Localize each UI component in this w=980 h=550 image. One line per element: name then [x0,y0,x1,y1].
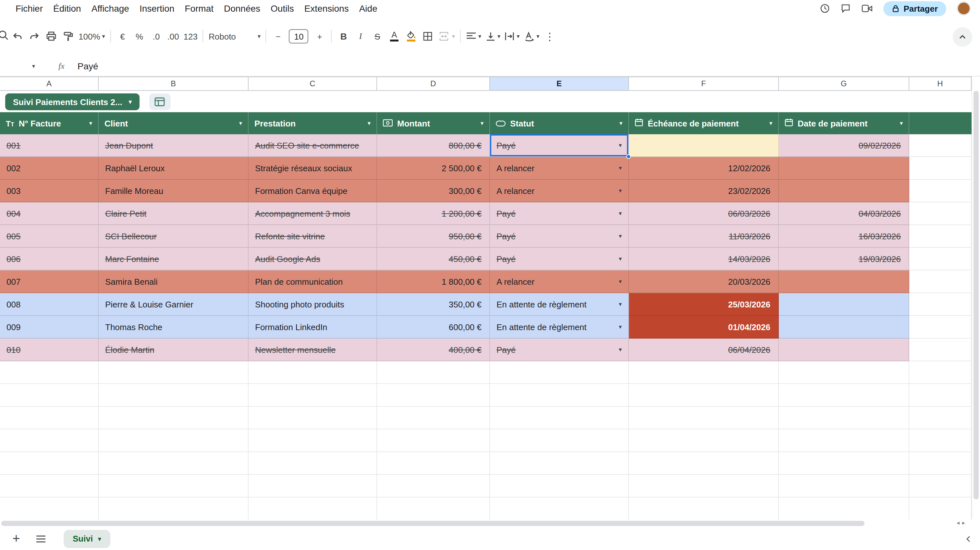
grid-cell[interactable] [909,452,972,475]
grid-cell[interactable] [779,384,909,407]
cell-echeance[interactable]: 12/02/2026 [629,157,779,180]
text-wrap-button[interactable]: ▾ [502,27,522,45]
grid-cell[interactable] [248,498,377,520]
grid-cell[interactable] [629,430,779,452]
grid-cell[interactable] [248,475,377,498]
table-header-prestation[interactable]: Prestation▾ [248,112,377,134]
menu-item-outils[interactable]: Outils [266,1,299,16]
grid-cell[interactable] [0,475,99,498]
format-currency-button[interactable]: € [114,27,131,45]
grid-cell[interactable] [779,407,909,430]
comment-icon[interactable] [841,3,851,14]
grid-cell[interactable] [248,384,377,407]
cell-date-paiement[interactable] [779,271,909,293]
collapse-toolbar-button[interactable] [953,27,972,47]
grid-cell[interactable] [490,361,629,384]
grid-cell[interactable] [99,361,248,384]
cell-prestation[interactable]: Plan de communication [248,271,377,293]
table-name-chip[interactable]: Suivi Paiements Clients 2... ▾ [5,94,140,110]
grid-cell[interactable] [248,430,377,452]
column-header-A[interactable]: A [0,77,99,90]
grid-cell[interactable] [909,134,972,157]
grid-cell[interactable] [99,430,248,452]
scrollbar-arrow-icons[interactable]: ◂▸ [957,520,968,526]
grid-cell[interactable] [0,384,99,407]
column-header-F[interactable]: F [629,77,779,90]
cell-montant[interactable]: 1 800,00 € [377,271,490,293]
add-sheet-button[interactable]: + [6,529,26,548]
statut-dropdown-icon[interactable]: ▾ [619,255,622,262]
grid-cell[interactable] [99,475,248,498]
grid-cell[interactable] [779,452,909,475]
menu-item-format[interactable]: Format [180,1,219,16]
grid-cell[interactable] [909,361,972,384]
grid-cell[interactable] [99,384,248,407]
grid-cell[interactable] [99,498,248,520]
grid-cell[interactable] [909,430,972,452]
cell-statut[interactable]: A relancer▾ [490,271,629,293]
cell-echeance[interactable]: 14/03/2026 [629,248,779,271]
cell-facture[interactable]: 008 [0,293,99,316]
grid-cell[interactable] [629,452,779,475]
grid-cell[interactable] [629,384,779,407]
cell-client[interactable]: SCI Bellecour [99,225,248,248]
chevron-down-icon[interactable]: ▾ [900,120,903,127]
grid-cell[interactable] [629,407,779,430]
chevron-down-icon[interactable]: ▾ [769,120,772,127]
cell-prestation[interactable]: Formation LinkedIn [248,316,377,339]
cell-echeance[interactable]: 23/02/2026 [629,180,779,202]
cell-statut[interactable]: Payé▾ [490,225,629,248]
cell-date-paiement[interactable]: 04/03/2026 [779,202,909,225]
cell-facture[interactable]: 004 [0,202,99,225]
grid-cell[interactable] [909,202,972,225]
cell-prestation[interactable]: Accompagnement 3 mois [248,202,377,225]
column-header-E[interactable]: E [490,77,629,90]
menu-item-édition[interactable]: Édition [48,1,86,16]
vertical-scrollbar-thumb[interactable] [974,91,979,499]
cell-statut[interactable]: A relancer▾ [490,157,629,180]
cell-date-paiement[interactable] [779,157,909,180]
increase-font-size-button[interactable]: + [311,27,328,45]
collapse-panel-icon[interactable] [964,535,972,542]
cell-date-paiement[interactable] [779,339,909,361]
statut-dropdown-icon[interactable]: ▾ [619,187,622,194]
cell-prestation[interactable]: Newsletter mensuelle [248,339,377,361]
chevron-down-icon[interactable]: ▾ [239,120,242,127]
italic-button[interactable]: I [352,27,369,45]
fill-handle[interactable] [626,154,631,159]
cell-montant[interactable]: 1 200,00 € [377,202,490,225]
cell-montant[interactable]: 600,00 € [377,316,490,339]
horizontal-scrollbar[interactable]: ◂▸ [0,520,972,527]
name-box-dropdown[interactable]: ▾ [0,63,40,69]
grid-cell[interactable] [377,498,490,520]
grid-cell[interactable] [909,407,972,430]
cell-facture[interactable]: 005 [0,225,99,248]
table-header-client[interactable]: Client▾ [99,112,248,134]
decrease-font-size-button[interactable]: − [270,27,286,45]
cell-montant[interactable]: 400,00 € [377,339,490,361]
cell-prestation[interactable]: Audit Google Ads [248,248,377,271]
cell-echeance[interactable]: 20/03/2026 [629,271,779,293]
grid-cell[interactable] [490,407,629,430]
horizontal-align-button[interactable]: ▾ [464,27,483,45]
font-size-input[interactable]: 10 [289,29,309,43]
cell-facture[interactable]: 007 [0,271,99,293]
statut-dropdown-icon[interactable]: ▾ [619,301,622,307]
font-select[interactable]: Roboto ▾ [207,27,262,45]
increase-decimals-button[interactable]: .00 [165,27,182,45]
table-views-button[interactable] [149,94,171,110]
table-header-statut[interactable]: Statut▾ [490,112,629,134]
bold-button[interactable]: B [335,27,352,45]
cell-statut[interactable]: En attente de règlement▾ [490,316,629,339]
number-format-button[interactable]: 123 [182,27,200,45]
grid-cell[interactable] [490,430,629,452]
cell-date-paiement[interactable]: 09/02/2026 [779,134,909,157]
grid-cell[interactable] [248,452,377,475]
cell-echeance[interactable] [629,134,779,157]
cell-prestation[interactable]: Audit SEO site e-commerce [248,134,377,157]
statut-dropdown-icon[interactable]: ▾ [619,346,622,353]
cell-client[interactable]: Thomas Roche [99,316,248,339]
sheet-tab-suivi[interactable]: Suivi ▾ [64,529,110,548]
grid-cell[interactable] [0,452,99,475]
cell-montant[interactable]: 950,00 € [377,225,490,248]
